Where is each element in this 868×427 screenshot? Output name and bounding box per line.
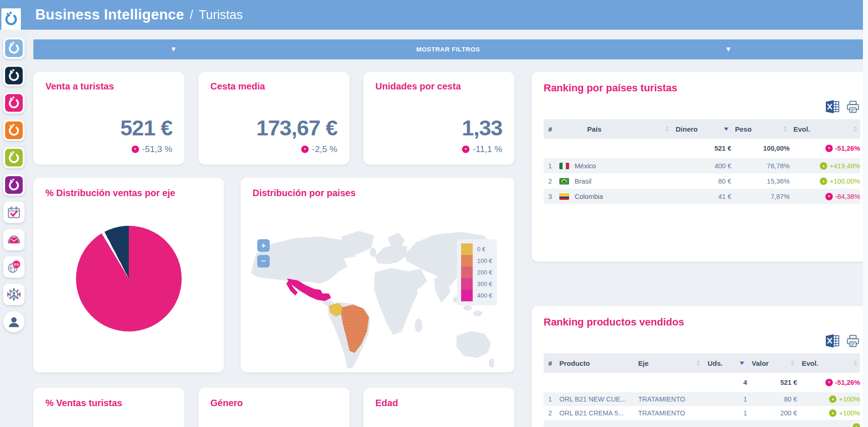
ranking-productos-card: Ranking productos vendidos [532,306,863,427]
ranking-productos-table: # Producto Eje Uds. Valor [544,353,860,427]
excel-export-icon[interactable] [826,334,840,348]
legend-item: 100 € [461,255,492,267]
map-india [435,276,449,301]
kpi-delta: -51,3 % [45,144,172,155]
trend-up-icon [829,409,836,417]
sort-icon[interactable] [783,126,787,132]
col-header-peso[interactable]: Peso [731,125,790,133]
row-num: 1 [544,395,559,403]
table-row-partial [544,420,860,427]
excel-export-icon[interactable] [826,100,840,114]
kpi-row: Venta a turistas 521 € -51,3 % Cesta med… [33,72,514,165]
kpi-card-venta-turistas: Venta a turistas 521 € -51,3 % [33,72,184,165]
col-header-pais[interactable]: País [559,125,672,133]
sidebar-item-module-orange[interactable] [3,120,25,141]
pie-chart-card: % Distribución ventas por eje [33,178,224,372]
app-header: Business Intelligence / Turistas [0,0,868,30]
flag-brazil-icon [559,178,569,185]
sort-desc-active-icon[interactable] [724,127,729,131]
bottom-row: % Ventas turistas Género Edad [33,388,514,427]
cell-producto: ORL B21 CREMA 5... [559,409,638,417]
sort-icon[interactable] [854,360,857,366]
cell-uds: 1 [703,395,747,403]
cell-dinero: 400 € [672,162,731,170]
kpi-card-cesta-media: Cesta media 173,67 € -2,5 % [198,72,349,165]
settings-user-icon [7,287,21,301]
col-header-eje[interactable]: Eje [638,359,703,367]
card-ventas-turistas: % Ventas turistas [33,388,184,427]
user-avatar-icon [7,315,21,329]
summary-uds: 4 [703,379,747,386]
map-new-zealand [490,359,494,367]
legend-label: 100 € [477,257,492,264]
sidebar-item-module-pink[interactable] [3,92,25,114]
row-num: 1 [544,162,559,170]
trend-down-icon [825,379,833,386]
breadcrumb-separator: / [190,8,193,22]
cell-uds: 1 [703,409,747,417]
trend-down-icon [301,146,309,153]
col-header-dinero[interactable]: Dinero [672,125,731,133]
cell-dinero: 80 € [672,178,731,185]
row-num: 2 [544,178,559,185]
sort-icon[interactable] [697,360,700,366]
module-logo-icon [5,121,23,139]
chevron-down-icon[interactable]: ▼ [170,45,177,52]
app-logo[interactable] [1,8,21,30]
sort-icon[interactable] [854,126,857,132]
zoom-in-button[interactable]: + [257,239,270,252]
print-icon[interactable] [846,334,860,348]
col-header-num[interactable]: # [544,125,559,133]
sidebar-item-module-navy[interactable] [3,65,25,86]
cell-valor: 80 € [747,395,797,403]
print-icon[interactable] [846,100,860,114]
col-label: Evol. [793,125,810,133]
card-genero: Género [198,388,349,427]
legend-item: 300 € [461,278,492,290]
sort-icon[interactable] [791,360,794,366]
sort-icon[interactable] [665,126,669,132]
sidebar-item-module-green[interactable] [3,147,25,168]
scroll-gutter[interactable] [863,0,868,427]
row-num: 2 [544,409,559,417]
cell-peso: 15,36% [731,178,790,185]
trend-up-icon [853,423,860,427]
zoom-out-button[interactable]: − [257,255,270,268]
kpi-card-unidades-cesta: Unidades por cesta 1,33 -11,1 % [363,72,514,165]
col-header-uds[interactable]: Uds. [703,359,747,367]
pie-chart[interactable] [76,226,182,331]
map-europe [376,245,406,263]
table-row: 1 México 400 € 76,78% +419,48% [544,158,860,173]
sidebar-item-module-purple[interactable] [3,174,25,196]
sidebar-item-module-blue-active[interactable] [3,38,25,59]
module-logo-icon [5,149,23,166]
col-header-evol[interactable]: Evol. [797,359,860,367]
cell-peso: 76,78% [731,162,790,170]
cell-evol: -84,38% [835,193,860,200]
trend-down-icon [825,193,833,200]
col-header-evol[interactable]: Evol. [790,125,860,133]
cell-producto: ORL B21 NEW CUE... [559,395,638,403]
sort-desc-active-icon[interactable] [740,362,744,365]
col-header-producto[interactable]: Producto [559,359,638,367]
sidebar-item-profile[interactable] [3,311,25,332]
legend-swatch [461,255,473,267]
language-badge: ES [14,262,19,267]
table-row: 2 Brasil 80 € 15,36% +100,00% [544,173,860,189]
legend-swatch [461,278,473,290]
show-filters-toggle[interactable]: ▼ MOSTRAR FILTROS ▼ [33,39,863,59]
trend-up-icon [820,178,827,185]
table-row: 1 ORL B21 NEW CUE... TRATAMIENTO 1 80 € … [544,392,860,406]
kpi-value: 521 € [45,117,172,139]
sidebar-item-settings[interactable] [3,284,25,305]
chevron-down-icon[interactable]: ▼ [725,45,732,52]
sidebar-item-language[interactable]: ES [3,256,25,278]
sidebar-item-calendar[interactable] [3,202,25,223]
module-logo-icon [5,176,23,194]
module-logo-icon [5,39,23,57]
col-header-num[interactable]: # [544,359,559,367]
cell-evol: +100% [839,395,860,403]
table-row: 2 ORL B21 CREMA 5... TRATAMIENTO 1 200 €… [544,406,860,420]
col-header-valor[interactable]: Valor [747,359,797,367]
sidebar-item-mail-support[interactable] [3,229,25,250]
